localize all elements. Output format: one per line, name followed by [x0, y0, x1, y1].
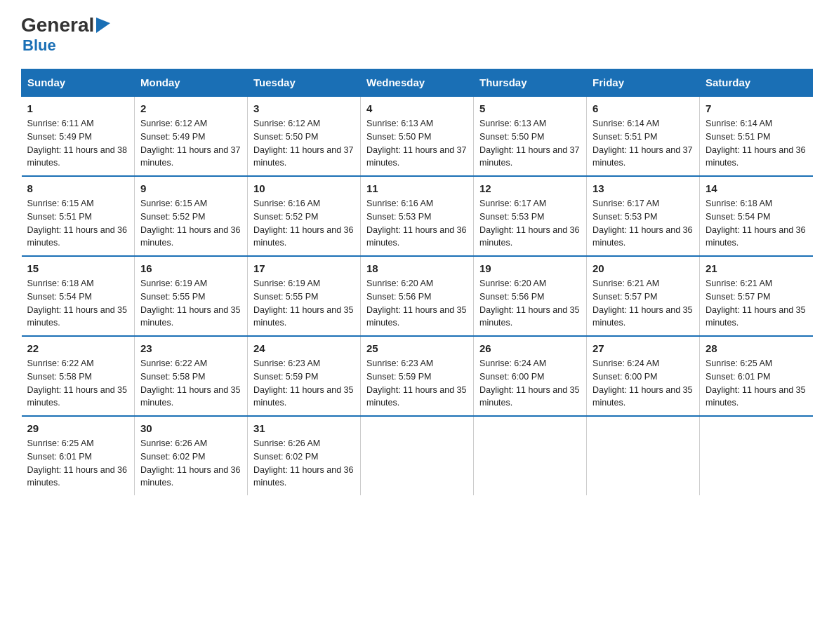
day-info: Sunrise: 6:23 AM Sunset: 5:59 PM Dayligh…	[253, 357, 355, 410]
sunset-label: Sunset: 5:52 PM	[253, 212, 318, 222]
calendar-cell: 26 Sunrise: 6:24 AM Sunset: 6:00 PM Dayl…	[474, 336, 587, 416]
sunrise-label: Sunrise: 6:14 AM	[593, 119, 659, 128]
day-info: Sunrise: 6:23 AM Sunset: 5:59 PM Dayligh…	[366, 357, 468, 410]
daylight-label: Daylight: 11 hours and 36 minutes.	[27, 225, 127, 248]
logo[interactable]: General Blue	[21, 14, 110, 55]
calendar-cell: 9 Sunrise: 6:15 AM Sunset: 5:52 PM Dayli…	[135, 176, 248, 256]
daylight-label: Daylight: 11 hours and 35 minutes.	[706, 385, 805, 408]
sunset-label: Sunset: 6:02 PM	[253, 452, 318, 462]
calendar-week-row: 29 Sunrise: 6:25 AM Sunset: 6:01 PM Dayl…	[22, 416, 813, 495]
day-header-thursday: Thursday	[474, 69, 587, 97]
daylight-label: Daylight: 11 hours and 35 minutes.	[253, 305, 353, 328]
day-info: Sunrise: 6:17 AM Sunset: 5:53 PM Dayligh…	[479, 197, 581, 250]
day-number: 2	[140, 102, 241, 114]
calendar-cell	[587, 416, 700, 495]
sunset-label: Sunset: 5:54 PM	[706, 212, 770, 222]
sunrise-label: Sunrise: 6:19 AM	[140, 279, 207, 288]
page-header: General Blue	[21, 14, 813, 55]
sunset-label: Sunset: 5:55 PM	[140, 292, 205, 302]
day-number: 28	[706, 342, 807, 354]
daylight-label: Daylight: 11 hours and 35 minutes.	[27, 385, 127, 408]
sunset-label: Sunset: 5:51 PM	[706, 132, 770, 142]
calendar-cell: 21 Sunrise: 6:21 AM Sunset: 5:57 PM Dayl…	[700, 256, 813, 336]
calendar-cell: 15 Sunrise: 6:18 AM Sunset: 5:54 PM Dayl…	[22, 256, 135, 336]
day-number: 30	[140, 422, 241, 434]
calendar-cell: 30 Sunrise: 6:26 AM Sunset: 6:02 PM Dayl…	[135, 416, 248, 495]
day-info: Sunrise: 6:16 AM Sunset: 5:53 PM Dayligh…	[366, 197, 468, 250]
daylight-label: Daylight: 11 hours and 37 minutes.	[253, 145, 353, 168]
daylight-label: Daylight: 11 hours and 36 minutes.	[706, 225, 805, 248]
calendar-week-row: 8 Sunrise: 6:15 AM Sunset: 5:51 PM Dayli…	[22, 176, 813, 256]
calendar-cell: 10 Sunrise: 6:16 AM Sunset: 5:52 PM Dayl…	[248, 176, 361, 256]
sunrise-label: Sunrise: 6:15 AM	[27, 199, 94, 208]
calendar-cell: 17 Sunrise: 6:19 AM Sunset: 5:55 PM Dayl…	[248, 256, 361, 336]
sunrise-label: Sunrise: 6:11 AM	[27, 119, 94, 128]
sunrise-label: Sunrise: 6:17 AM	[593, 199, 659, 208]
sunset-label: Sunset: 5:59 PM	[366, 372, 431, 382]
day-number: 12	[479, 182, 581, 194]
day-number: 6	[593, 102, 694, 114]
day-number: 11	[366, 182, 468, 194]
sunset-label: Sunset: 5:57 PM	[706, 292, 770, 302]
calendar-week-row: 15 Sunrise: 6:18 AM Sunset: 5:54 PM Dayl…	[22, 256, 813, 336]
sunset-label: Sunset: 5:53 PM	[479, 212, 544, 222]
calendar-cell: 1 Sunrise: 6:11 AM Sunset: 5:49 PM Dayli…	[22, 96, 135, 176]
day-header-monday: Monday	[135, 69, 248, 97]
day-number: 27	[593, 342, 694, 354]
day-info: Sunrise: 6:18 AM Sunset: 5:54 PM Dayligh…	[27, 277, 129, 330]
day-number: 18	[366, 262, 468, 274]
calendar-cell: 27 Sunrise: 6:24 AM Sunset: 6:00 PM Dayl…	[587, 336, 700, 416]
calendar-cell: 28 Sunrise: 6:25 AM Sunset: 6:01 PM Dayl…	[700, 336, 813, 416]
sunrise-label: Sunrise: 6:21 AM	[593, 279, 659, 288]
sunrise-label: Sunrise: 6:12 AM	[140, 119, 207, 128]
day-number: 14	[706, 182, 807, 194]
daylight-label: Daylight: 11 hours and 36 minutes.	[140, 465, 240, 488]
daylight-label: Daylight: 11 hours and 36 minutes.	[253, 465, 353, 488]
sunset-label: Sunset: 5:59 PM	[253, 372, 318, 382]
sunset-label: Sunset: 5:56 PM	[366, 292, 431, 302]
day-info: Sunrise: 6:13 AM Sunset: 5:50 PM Dayligh…	[479, 117, 581, 170]
day-number: 19	[479, 262, 581, 274]
day-number: 22	[27, 342, 129, 354]
day-number: 9	[140, 182, 241, 194]
sunrise-label: Sunrise: 6:26 AM	[140, 438, 207, 448]
day-number: 25	[366, 342, 468, 354]
day-number: 7	[706, 102, 807, 114]
day-number: 20	[593, 262, 694, 274]
calendar-cell: 8 Sunrise: 6:15 AM Sunset: 5:51 PM Dayli…	[22, 176, 135, 256]
sunrise-label: Sunrise: 6:19 AM	[253, 279, 320, 288]
day-info: Sunrise: 6:18 AM Sunset: 5:54 PM Dayligh…	[706, 197, 807, 250]
day-number: 4	[366, 102, 468, 114]
daylight-label: Daylight: 11 hours and 35 minutes.	[27, 305, 127, 328]
daylight-label: Daylight: 11 hours and 36 minutes.	[593, 225, 692, 248]
day-info: Sunrise: 6:21 AM Sunset: 5:57 PM Dayligh…	[593, 277, 694, 330]
calendar-cell: 29 Sunrise: 6:25 AM Sunset: 6:01 PM Dayl…	[22, 416, 135, 495]
daylight-label: Daylight: 11 hours and 36 minutes.	[706, 145, 805, 168]
daylight-label: Daylight: 11 hours and 36 minutes.	[366, 225, 466, 248]
calendar-cell: 2 Sunrise: 6:12 AM Sunset: 5:49 PM Dayli…	[135, 96, 248, 176]
day-info: Sunrise: 6:20 AM Sunset: 5:56 PM Dayligh…	[366, 277, 468, 330]
calendar-cell	[700, 416, 813, 495]
day-number: 5	[479, 102, 581, 114]
day-info: Sunrise: 6:12 AM Sunset: 5:50 PM Dayligh…	[253, 117, 355, 170]
sunset-label: Sunset: 5:49 PM	[27, 132, 92, 142]
day-info: Sunrise: 6:16 AM Sunset: 5:52 PM Dayligh…	[253, 197, 355, 250]
day-number: 17	[253, 262, 355, 274]
sunrise-label: Sunrise: 6:22 AM	[140, 358, 207, 368]
day-header-wednesday: Wednesday	[361, 69, 474, 97]
day-info: Sunrise: 6:19 AM Sunset: 5:55 PM Dayligh…	[253, 277, 355, 330]
day-number: 10	[253, 182, 355, 194]
sunset-label: Sunset: 5:58 PM	[27, 372, 92, 382]
daylight-label: Daylight: 11 hours and 37 minutes.	[366, 145, 466, 168]
day-info: Sunrise: 6:12 AM Sunset: 5:49 PM Dayligh…	[140, 117, 241, 170]
calendar-cell: 19 Sunrise: 6:20 AM Sunset: 5:56 PM Dayl…	[474, 256, 587, 336]
calendar-cell: 25 Sunrise: 6:23 AM Sunset: 5:59 PM Dayl…	[361, 336, 474, 416]
daylight-label: Daylight: 11 hours and 35 minutes.	[140, 305, 240, 328]
sunrise-label: Sunrise: 6:24 AM	[593, 358, 659, 368]
day-number: 31	[253, 422, 355, 434]
day-number: 8	[27, 182, 129, 194]
calendar-cell: 22 Sunrise: 6:22 AM Sunset: 5:58 PM Dayl…	[22, 336, 135, 416]
sunset-label: Sunset: 5:54 PM	[27, 292, 92, 302]
calendar-cell: 6 Sunrise: 6:14 AM Sunset: 5:51 PM Dayli…	[587, 96, 700, 176]
calendar-cell: 23 Sunrise: 6:22 AM Sunset: 5:58 PM Dayl…	[135, 336, 248, 416]
